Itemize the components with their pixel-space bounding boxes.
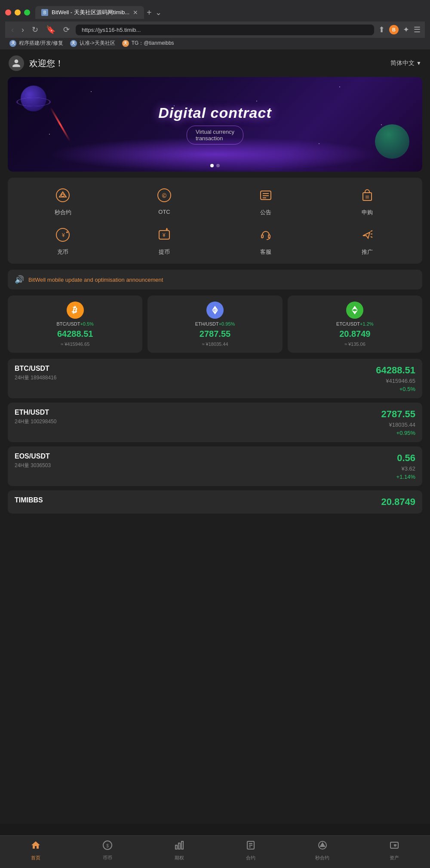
market-item-eth[interactable]: ETH/USDT 24H量 100298450 2787.55 ¥18035.4… [8, 403, 422, 442]
traffic-lights [5, 9, 30, 15]
maximize-button[interactable] [24, 9, 30, 15]
nav-spot[interactable]: $ 币币 [95, 840, 120, 861]
language-selector[interactable]: 简体中文 ▼ [390, 59, 421, 67]
purchase-icon [357, 185, 377, 205]
market-left-eos: EOS/USDT 24H量 3036503 [15, 452, 396, 469]
forward-button[interactable]: › [20, 25, 26, 35]
btc-logo [67, 302, 84, 319]
svg-marker-32 [352, 306, 355, 310]
svg-line-22 [371, 231, 372, 231]
tab-menu-icon[interactable]: ⌄ [155, 8, 162, 17]
dot-1[interactable] [210, 164, 214, 167]
cast-button[interactable]: ⟳ [61, 24, 71, 35]
svg-marker-33 [355, 310, 358, 314]
bookmarks-bar: 天 程序搭建/开发/修复 天 认准->天美社区 天 TG：@tianmeibbs [5, 38, 425, 49]
user-avatar-icon[interactable] [9, 55, 24, 71]
reload-button[interactable]: ↻ [30, 24, 40, 35]
svg-point-0 [56, 189, 69, 202]
svg-marker-34 [352, 310, 355, 314]
svg-marker-1 [59, 192, 66, 197]
menu-item-customer-service[interactable]: 客服 [249, 225, 283, 256]
minimize-button[interactable] [15, 9, 21, 15]
market-item-eos[interactable]: EOS/USDT 24H量 3036503 0.56 ¥3.62 +1.14% [8, 446, 422, 486]
market-volume-eos: 24H量 3036503 [15, 462, 396, 469]
bookmark-item-1[interactable]: 天 程序搭建/开发/修复 [9, 40, 63, 47]
share-icon[interactable]: ⬆ [378, 25, 385, 34]
menu-label-customer-service: 客服 [260, 248, 271, 256]
active-tab[interactable]: B BitWell - 天美社区源码网timib... ✕ [35, 6, 144, 19]
dot-2[interactable] [216, 164, 220, 167]
close-button[interactable] [5, 9, 11, 15]
bookmark-item-2[interactable]: 天 认准->天美社区 [70, 40, 115, 47]
menu-icon[interactable]: ☰ [414, 25, 421, 34]
url-bar[interactable]: https://jys116-h5.timib... [76, 25, 374, 35]
brave-icon[interactable]: B [389, 25, 399, 34]
svg-text:¥: ¥ [61, 232, 65, 238]
menu-item-deposit[interactable]: ¥ 充币 [46, 225, 80, 256]
bookmark-label-2: 认准->天美社区 [80, 40, 115, 47]
eth-cny: ≈ ¥18035.44 [202, 342, 228, 347]
crypto-card-btc[interactable]: BTC/USDT+0.5% 64288.51 ≈ ¥415946.65 [8, 295, 142, 353]
svg-point-2 [61, 194, 64, 197]
market-list: BTC/USDT 24H量 189488416 64288.51 ¥415946… [8, 359, 422, 514]
announcement-icon [256, 185, 276, 205]
btc-cny: ≈ ¥415946.65 [61, 342, 89, 347]
contract-icon [246, 840, 256, 853]
back-button[interactable]: ‹ [9, 25, 15, 35]
bookmark-item-3[interactable]: 天 TG：@tianmeibbs [122, 40, 174, 47]
etc-pair: ETC/USDT+1.2% [336, 321, 374, 326]
new-tab-icon[interactable]: + [147, 8, 152, 18]
crypto-card-etc[interactable]: ETC/USDT+1.2% 20.8749 ≈ ¥135.06 [288, 295, 422, 353]
nav-home-label: 首页 [31, 855, 40, 861]
market-item-timibbs[interactable]: TIMIBBS 20.8749 [8, 490, 422, 514]
nav-second-contract[interactable]: 秒合约 [310, 840, 335, 861]
nav-assets[interactable]: 资产 [381, 840, 407, 861]
btc-pair: BTC/USDT+0.5% [56, 321, 94, 326]
header-left: 欢迎您！ [9, 55, 64, 71]
menu-item-purchase[interactable]: 申购 [350, 185, 384, 216]
nav-second-contract-label: 秒合约 [315, 855, 329, 861]
bookmark-button[interactable]: 🔖 [44, 24, 57, 35]
toolbar-icons: ⬆ B ✦ ☰ [378, 25, 421, 34]
browser-chrome: B BitWell - 天美社区源码网timib... ✕ + ⌄ ‹ › ↻ … [0, 0, 430, 49]
tab-bar: B BitWell - 天美社区源码网timib... ✕ + ⌄ [35, 6, 425, 19]
svg-rect-37 [175, 845, 177, 849]
bookmark-favicon-2: 天 [70, 40, 77, 47]
market-cny-btc: ¥415946.65 [386, 378, 415, 384]
tab-title: BitWell - 天美社区源码网timib... [52, 9, 129, 16]
menu-label-purchase: 申购 [362, 209, 373, 216]
nav-home[interactable]: 首页 [23, 840, 49, 861]
bookmark-label-3: TG：@tianmeibbs [132, 40, 174, 47]
market-right-eth: 2787.55 ¥18035.44 +0.95% [381, 409, 415, 436]
market-price-eth: 2787.55 [381, 409, 415, 420]
menu-item-withdraw[interactable]: ¥ 提币 [147, 225, 181, 256]
quick-menu: 秒合约 © OTC [8, 178, 422, 264]
assets-icon [389, 840, 399, 853]
crypto-cards: BTC/USDT+0.5% 64288.51 ≈ ¥415946.65 ETH/… [8, 295, 422, 353]
chevron-down-icon: ▼ [416, 60, 421, 66]
star-icon[interactable]: ✦ [403, 25, 409, 34]
menu-label-second-contract: 秒合约 [55, 209, 71, 216]
svg-text:¥: ¥ [162, 232, 166, 238]
nav-options[interactable]: 期权 [166, 840, 192, 861]
second-contract-nav-icon [317, 840, 328, 853]
market-change-eos: +1.14% [396, 474, 415, 480]
market-left-btc: BTC/USDT 24H量 189488416 [15, 365, 376, 382]
spot-icon: $ [102, 840, 113, 853]
second-contract-icon [53, 185, 73, 205]
market-price-btc: 64288.51 [376, 365, 415, 376]
menu-item-otc[interactable]: © OTC [147, 185, 181, 216]
market-pair-eos: EOS/USDT [15, 452, 396, 460]
banner-rings [16, 98, 51, 107]
svg-rect-20 [261, 235, 263, 238]
btc-price: 64288.51 [57, 329, 93, 339]
crypto-card-eth[interactable]: ETH/USDT+0.95% 2787.55 ≈ ¥18035.44 [147, 295, 282, 353]
menu-item-promote[interactable]: 推广 [350, 225, 384, 256]
bookmark-favicon-3: 天 [122, 40, 129, 47]
market-item-btc[interactable]: BTC/USDT 24H量 189488416 64288.51 ¥415946… [8, 359, 422, 398]
menu-item-second-contract[interactable]: 秒合约 [46, 185, 80, 216]
nav-contract[interactable]: 合约 [238, 840, 264, 861]
menu-item-announcement[interactable]: 公告 [249, 185, 283, 216]
market-cny-eth: ¥18035.44 [389, 422, 415, 428]
tab-close-icon[interactable]: ✕ [133, 9, 138, 16]
